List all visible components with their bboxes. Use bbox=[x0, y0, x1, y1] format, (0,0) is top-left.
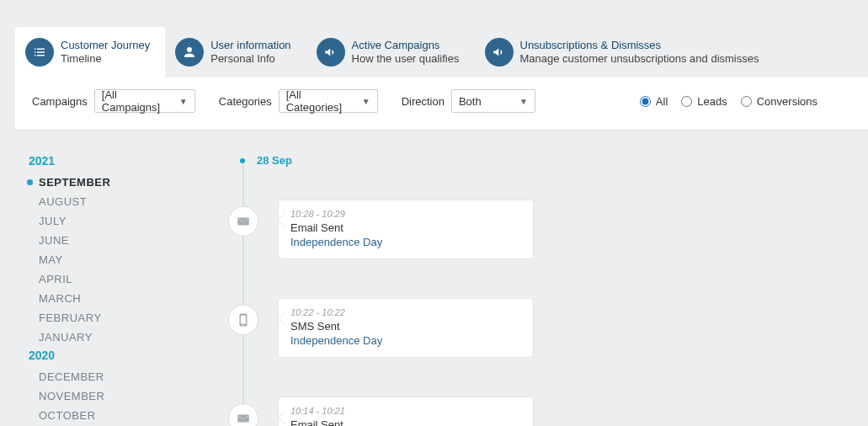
sidebar-month[interactable]: OCTOBER bbox=[29, 406, 226, 425]
radio-label: Leads bbox=[697, 95, 727, 108]
event-campaign-link[interactable]: Independence Day bbox=[290, 236, 521, 248]
campaigns-label: Campaigns bbox=[32, 95, 88, 108]
timeline: 28 Sep 10:28 - 10:29Email SentIndependen… bbox=[226, 130, 868, 426]
timeline-date-marker: 28 Sep bbox=[238, 154, 292, 167]
tab-title: Customer Journey bbox=[61, 39, 150, 52]
tab-customer-journey[interactable]: Customer Journey Timeline bbox=[15, 27, 165, 77]
radio-label: Conversions bbox=[757, 95, 817, 108]
direction-radios: All Leads Conversions bbox=[640, 95, 817, 108]
mail-icon bbox=[228, 206, 258, 237]
categories-select[interactable]: [All Categories] ▼ bbox=[279, 89, 378, 113]
mail-icon bbox=[228, 403, 258, 426]
timeline-event: 10:28 - 10:29Email SentIndependence Day bbox=[226, 200, 868, 259]
event-card[interactable]: 10:22 - 10:22SMS SentIndependence Day bbox=[278, 298, 534, 358]
tab-subtitle: Timeline bbox=[61, 52, 150, 66]
event-title: SMS Sent bbox=[290, 320, 521, 333]
direction-label: Direction bbox=[402, 95, 445, 108]
radio-leads-input[interactable] bbox=[681, 96, 692, 107]
sidebar-month[interactable]: DECEMBER bbox=[29, 367, 226, 386]
sidebar-month[interactable]: AUGUST bbox=[29, 192, 226, 211]
categories-label: Categories bbox=[219, 95, 272, 108]
caret-down-icon: ▼ bbox=[179, 97, 188, 106]
tab-subtitle: Personal Info bbox=[210, 52, 290, 66]
radio-all-input[interactable] bbox=[640, 96, 651, 107]
sidebar-month[interactable]: JUNE bbox=[29, 231, 226, 250]
date-label: 28 Sep bbox=[257, 154, 292, 167]
tab-active-campaigns[interactable]: Active Campaigns How the user qualifies bbox=[306, 27, 475, 77]
event-time: 10:14 - 10:21 bbox=[290, 406, 521, 416]
tab-title: Unsubscriptions & Dismisses bbox=[520, 39, 759, 52]
date-dot-icon bbox=[238, 157, 247, 165]
timeline-event: 10:22 - 10:22SMS SentIndependence Day bbox=[226, 298, 868, 358]
select-value: [All Categories] bbox=[286, 88, 354, 114]
timeline-event: 10:14 - 10:21Email Senthola campannña bbox=[226, 397, 868, 426]
sidebar-month[interactable]: MAY bbox=[29, 250, 226, 269]
event-card[interactable]: 10:28 - 10:29Email SentIndependence Day bbox=[278, 200, 534, 259]
sidebar-month[interactable]: NOVEMBER bbox=[29, 386, 226, 406]
sidebar-month[interactable]: MARCH bbox=[29, 289, 226, 308]
sidebar-year[interactable]: 2021 bbox=[29, 154, 226, 168]
list-icon bbox=[25, 38, 54, 67]
radio-all[interactable]: All bbox=[640, 95, 668, 108]
radio-leads[interactable]: Leads bbox=[681, 95, 727, 108]
sidebar-month[interactable]: APRIL bbox=[29, 269, 226, 289]
tab-title: User information bbox=[210, 39, 290, 52]
user-icon bbox=[175, 38, 204, 67]
radio-conversions[interactable]: Conversions bbox=[741, 95, 817, 108]
event-time: 10:22 - 10:22 bbox=[290, 307, 521, 317]
megaphone-icon bbox=[485, 38, 514, 67]
caret-down-icon: ▼ bbox=[519, 97, 528, 106]
phone-icon bbox=[228, 305, 258, 335]
direction-select[interactable]: Both ▼ bbox=[451, 89, 535, 113]
select-value: [All Campaigns] bbox=[102, 88, 171, 114]
megaphone-icon bbox=[317, 38, 345, 67]
sidebar-month[interactable]: FEBRUARY bbox=[29, 308, 226, 327]
caret-down-icon: ▼ bbox=[362, 97, 370, 106]
sidebar-month[interactable]: JULY bbox=[29, 211, 226, 231]
sidebar-month[interactable]: SEPTEMBER bbox=[29, 173, 226, 192]
event-campaign-link[interactable]: Independence Day bbox=[290, 334, 521, 347]
sidebar-month[interactable]: JANUARY bbox=[29, 327, 226, 347]
radio-label: All bbox=[656, 95, 668, 108]
event-time: 10:28 - 10:29 bbox=[290, 209, 521, 219]
tab-subtitle: Manage customer unsubscriptions and dism… bbox=[520, 52, 759, 66]
event-card[interactable]: 10:14 - 10:21Email Senthola campannña bbox=[278, 397, 534, 426]
radio-conversions-input[interactable] bbox=[741, 96, 752, 107]
campaigns-select[interactable]: [All Campaigns] ▼ bbox=[94, 89, 195, 113]
tabs-bar: Customer Journey Timeline User informati… bbox=[15, 27, 868, 77]
select-value: Both bbox=[459, 95, 482, 108]
tab-subtitle: How the user qualifies bbox=[352, 52, 460, 66]
tab-title: Active Campaigns bbox=[352, 39, 460, 52]
event-title: Email Sent bbox=[290, 418, 521, 426]
tab-unsubscriptions[interactable]: Unsubscriptions & Dismisses Manage custo… bbox=[475, 27, 775, 77]
tab-user-information[interactable]: User information Personal Info bbox=[165, 27, 306, 77]
sidebar-year[interactable]: 2020 bbox=[29, 349, 226, 362]
date-sidebar: 2021SEPTEMBERAUGUSTJULYJUNEMAYAPRILMARCH… bbox=[15, 130, 226, 426]
filter-bar: Campaigns [All Campaigns] ▼ Categories [… bbox=[15, 77, 868, 130]
event-title: Email Sent bbox=[290, 221, 521, 234]
